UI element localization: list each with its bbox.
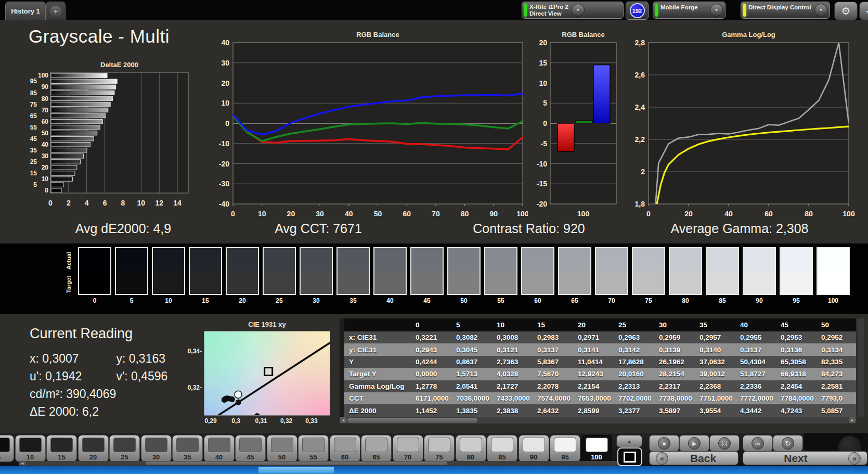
table-row-4[interactable]: Target Y0,00001,57134,03287,567012,92432… [344, 368, 856, 380]
step-icon: [‥] [718, 437, 731, 450]
daylight-locus-line [211, 342, 330, 415]
svg-text:40: 40 [345, 210, 353, 216]
pattern-window-icon [624, 452, 636, 463]
svg-text:45: 45 [30, 135, 37, 143]
gray-swatch-10: 10 [152, 247, 185, 304]
level-button-30[interactable]: 30 [141, 435, 172, 462]
collapse-panel-button[interactable]: ◀ [859, 2, 868, 20]
cie-chart-title: CIE 1931 xy [204, 321, 330, 328]
source-selector[interactable]: Mobile Forge ▼ [653, 2, 726, 19]
level-button-65[interactable]: 65 [361, 435, 392, 462]
meter-status-indicator [524, 4, 527, 17]
scroll-right-icon[interactable]: ▸ [849, 417, 856, 423]
meter-profile-button[interactable]: 192 [626, 2, 649, 20]
table-horizontal-scrollbar[interactable]: ◂ ▸ [340, 417, 856, 424]
level-button-55[interactable]: 55 [298, 435, 329, 462]
loop-button[interactable]: ↻ [773, 435, 803, 452]
scroll-left-icon[interactable]: ◂ [340, 417, 346, 423]
table-scroll-thumb[interactable] [347, 418, 477, 423]
levels-scrollbar[interactable]: ◂ [19, 461, 622, 466]
level-button-45[interactable]: 45 [235, 435, 266, 462]
cie-xtick-0,31: 0,31 [249, 417, 273, 425]
back-button[interactable]: « Back [649, 451, 739, 465]
current-reading-title: Current Reading [30, 326, 133, 342]
table-vertical-scrollbar[interactable] [858, 318, 864, 417]
back-label: Back [690, 452, 716, 465]
svg-text:55: 55 [30, 124, 37, 131]
levels-scroll-thumb[interactable] [146, 462, 447, 465]
cie-xtick-0,32: 0,32 [275, 417, 299, 425]
stop-button[interactable]: ■ [649, 435, 679, 452]
gray-swatch-75: 75 [632, 247, 665, 304]
scroll-left-icon[interactable]: ◂ [19, 462, 25, 465]
play-button[interactable]: ▶ [679, 435, 709, 452]
level-button-75[interactable]: 75 [424, 435, 455, 462]
bottom-accent-highlight [258, 467, 334, 473]
table-row-1[interactable]: x: CIE310,32210,30820,30080,29830,29710,… [344, 331, 856, 343]
level-button-5[interactable]: 5 [0, 435, 14, 462]
table-row-5[interactable]: Gamma Log/Log1,27782,05412,17272,20782,2… [344, 380, 856, 392]
tab-history-1[interactable]: History 1 [5, 2, 46, 20]
level-button-20[interactable]: 20 [78, 435, 109, 462]
level-button-60[interactable]: 60 [330, 435, 360, 462]
level-button-35[interactable]: 35 [172, 435, 203, 462]
svg-text:75: 75 [30, 101, 37, 108]
svg-text:20: 20 [221, 79, 229, 87]
continuous-button[interactable]: ∞ [743, 435, 773, 452]
table-row-3[interactable]: Y0,42440,86372,73635,836711,041417,86282… [344, 356, 856, 368]
level-button-85[interactable]: 85 [487, 435, 517, 462]
svg-text:Gamma Log/Log: Gamma Log/Log [722, 31, 775, 39]
pattern-window-button[interactable] [617, 447, 642, 466]
reading-luminance: cd/m²: 390,4069 [30, 387, 116, 401]
svg-text:10: 10 [221, 99, 229, 107]
svg-text:80: 80 [805, 210, 813, 216]
svg-text:-15: -15 [537, 180, 547, 188]
gray-swatch-95: 95 [780, 247, 813, 304]
svg-text:100: 100 [843, 210, 855, 216]
next-button[interactable]: Next » [743, 451, 867, 465]
level-button-80[interactable]: 80 [456, 435, 486, 462]
level-button-90[interactable]: 90 [519, 435, 549, 462]
level-button-70[interactable]: 70 [393, 435, 423, 462]
swatch-row: 0510152025303540455055606570758085909510… [78, 247, 850, 304]
level-button-10[interactable]: 10 [15, 435, 46, 462]
table-row-7[interactable]: ΔE 20001,14521,38352,38382,64322,85993,2… [344, 404, 856, 416]
svg-text:-30: -30 [219, 180, 229, 188]
svg-text:0: 0 [225, 119, 229, 127]
svg-text:-5: -5 [541, 139, 548, 148]
svg-text:20: 20 [287, 210, 295, 216]
meter-selector[interactable]: X-Rite i1Pro 2 Direct View ▼ [522, 2, 624, 19]
svg-text:15: 15 [539, 59, 547, 67]
svg-text:0: 0 [231, 210, 235, 216]
cie-xtick-0,33: 0,33 [300, 417, 323, 425]
level-button-50[interactable]: 50 [267, 435, 297, 462]
deltae-bar-40 [51, 143, 90, 147]
table-row-2[interactable]: y: CIE310,29430,30450,31210,31370,31410,… [344, 343, 856, 355]
gray-swatch-65: 65 [558, 247, 591, 304]
add-tab-button[interactable]: + [46, 2, 66, 20]
current-reading-marker [235, 391, 242, 398]
gray-swatch-5: 5 [115, 247, 148, 304]
calibration-app-window: History 1 + X-Rite i1Pro 2 Direct View ▼… [0, 0, 868, 474]
chevrons-left-icon: « [656, 452, 668, 465]
deltae-bar-25 [51, 160, 80, 164]
svg-text:60: 60 [42, 118, 49, 125]
deltae-bar-60 [51, 119, 102, 123]
settings-button[interactable]: ⚙ [834, 2, 858, 20]
levels-scroll-up-button[interactable]: ▲ [616, 435, 642, 447]
reading-x: x: 0,3007 [30, 352, 113, 366]
stop-icon: ■ [658, 437, 670, 450]
svg-text:2,2: 2,2 [635, 135, 645, 144]
table-row-6[interactable]: CCT6171,00007036,00007433,00007574,00007… [344, 392, 856, 404]
level-button-15[interactable]: 15 [46, 435, 77, 462]
level-button-25[interactable]: 25 [109, 435, 140, 462]
svg-text:-20: -20 [537, 200, 547, 208]
level-button-40[interactable]: 40 [204, 435, 235, 462]
deltae-bar-95 [51, 79, 117, 83]
grayscale-swatch-band: Actual Target 05101520253035404550556065… [0, 244, 868, 314]
arrow-left-icon: ◀ [866, 7, 868, 15]
step-button[interactable]: [‥] [709, 435, 740, 452]
display-control-selector[interactable]: Direct Display Control ▼ [741, 2, 830, 19]
level-button-100[interactable]: 100 [581, 435, 612, 462]
level-button-95[interactable]: 95 [550, 435, 580, 462]
